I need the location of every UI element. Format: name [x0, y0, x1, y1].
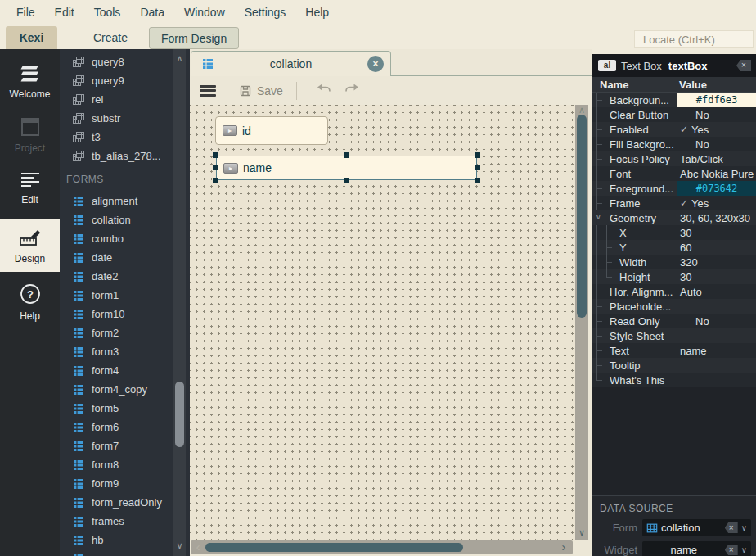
tab-create[interactable]: Create — [74, 26, 147, 49]
navigator-item-form[interactable]: form4 — [60, 361, 190, 380]
navigator-item-form[interactable]: date2 — [60, 267, 190, 286]
resize-handle[interactable] — [344, 152, 349, 158]
tab-form-design[interactable]: Form Design — [149, 27, 239, 49]
resize-handle[interactable] — [344, 178, 349, 183]
locate-input[interactable] — [634, 30, 754, 48]
navigator-item-query[interactable]: query9 — [60, 71, 190, 90]
clear-icon[interactable] — [725, 545, 738, 555]
property-row[interactable]: Frame Yes — [592, 196, 756, 210]
rail-item-welcome[interactable]: Welcome — [0, 60, 60, 105]
property-value[interactable] — [677, 328, 756, 343]
resize-handle[interactable] — [213, 178, 218, 183]
clear-icon[interactable] — [725, 522, 738, 533]
scroll-up-icon[interactable] — [575, 105, 588, 115]
navigator-item-form[interactable]: collation — [60, 210, 190, 229]
scroll-left-icon[interactable] — [192, 540, 204, 554]
scroll-right-icon[interactable] — [558, 540, 569, 554]
document-tab-collation[interactable]: collation — [191, 51, 391, 76]
property-row[interactable]: What's This — [592, 373, 756, 387]
property-row[interactable]: Geometry 30, 60, 320x30 — [592, 210, 756, 225]
navigator-item-form[interactable]: form8 — [60, 455, 190, 474]
navigator-item-form[interactable]: combo — [60, 229, 190, 248]
navigator-item-query[interactable]: tb_alias_278... — [60, 147, 190, 165]
menu-item[interactable]: Data — [130, 2, 174, 23]
property-row[interactable]: Backgroun... #fdf6e3 — [592, 93, 756, 107]
navigator-item-form[interactable]: form1 — [60, 286, 190, 305]
canvas-horizontal-scrollbar[interactable] — [191, 540, 573, 554]
property-row[interactable]: Y 60 — [592, 240, 756, 255]
navigator-scrollbar[interactable] — [173, 49, 186, 556]
clear-icon[interactable] — [736, 60, 751, 71]
object-name-input[interactable]: textBox — [668, 60, 736, 72]
scroll-down-icon[interactable] — [575, 527, 588, 537]
close-icon[interactable] — [367, 56, 384, 72]
resize-handle[interactable] — [475, 152, 480, 158]
navigator-item-form[interactable] — [60, 549, 190, 556]
menu-item[interactable]: Edit — [45, 2, 84, 23]
vertical-scrollbar-thumb[interactable] — [577, 115, 587, 318]
property-value[interactable]: Tab/Click — [677, 151, 756, 166]
property-row[interactable]: Focus Policy Tab/Click — [592, 151, 756, 166]
property-value[interactable]: Yes — [677, 196, 756, 210]
property-value[interactable]: #fdf6e3 — [677, 93, 756, 107]
textbox-widget-name-selected[interactable]: name — [216, 156, 477, 180]
save-button[interactable]: Save — [239, 84, 283, 97]
property-value[interactable]: 30 — [677, 269, 756, 284]
property-row[interactable]: Clear Button No — [592, 107, 756, 122]
property-row[interactable]: Hor. Alignm... Auto — [592, 284, 756, 299]
navigator-item-form[interactable]: form9 — [60, 474, 190, 493]
property-value[interactable]: No — [677, 137, 756, 151]
property-value[interactable] — [677, 373, 756, 387]
property-row[interactable]: Height 30 — [592, 269, 756, 284]
navigator-item-query[interactable]: substr — [60, 109, 190, 128]
property-row[interactable]: Enabled Yes — [592, 122, 756, 137]
navigator-item-form[interactable]: form2 — [60, 323, 190, 342]
property-value[interactable]: 320 — [677, 255, 756, 269]
property-row[interactable]: Font Abc Nokia Pure Tex — [592, 166, 756, 181]
property-row[interactable]: Width 320 — [592, 255, 756, 269]
navigator-item-form[interactable]: form7 — [60, 436, 190, 455]
tab-kexi[interactable]: Kexi — [6, 26, 57, 49]
rail-item-edit[interactable]: Edit — [0, 166, 60, 211]
navigator-item-form[interactable]: form4_copy — [60, 380, 190, 399]
navigator-item-query[interactable]: rel — [60, 90, 190, 109]
navigator-item-form[interactable]: form_readOnly — [60, 493, 190, 512]
navigator-item-form[interactable]: alignment — [60, 192, 190, 210]
property-value[interactable]: 30, 60, 320x30 — [677, 210, 756, 225]
textbox-widget-id[interactable]: id — [215, 116, 328, 145]
widget-datasource-combo[interactable]: name — [642, 541, 751, 556]
form-datasource-combo[interactable]: collation — [642, 519, 751, 536]
menu-item[interactable]: Help — [295, 2, 339, 23]
property-row[interactable]: Read Only No — [592, 314, 756, 328]
resize-handle[interactable] — [475, 178, 480, 183]
property-value[interactable]: #073642 — [677, 181, 756, 196]
property-value[interactable]: 30 — [677, 225, 756, 240]
navigator-item-form[interactable]: hb — [60, 531, 190, 549]
navigator-item-query[interactable]: t3 — [60, 128, 190, 147]
resize-handle[interactable] — [213, 152, 218, 158]
property-value[interactable]: Abc Nokia Pure Tex — [677, 166, 756, 181]
form-design-canvas[interactable]: id name — [190, 105, 575, 540]
property-value[interactable]: No — [677, 314, 756, 328]
menu-item[interactable]: Window — [174, 2, 235, 23]
navigator-item-form[interactable]: frames — [60, 512, 190, 531]
property-row[interactable]: Style Sheet — [592, 328, 756, 343]
horizontal-scrollbar-thumb[interactable] — [205, 543, 463, 552]
navigator-scrollbar-thumb[interactable] — [175, 382, 184, 447]
navigator-item-query[interactable]: query8 — [60, 52, 190, 71]
menu-item[interactable]: File — [7, 2, 45, 23]
property-row[interactable]: X 30 — [592, 225, 756, 240]
chevron-down-icon[interactable] — [741, 523, 749, 532]
rail-item-design[interactable]: Design — [0, 219, 60, 272]
property-value[interactable] — [677, 358, 756, 373]
resize-handle[interactable] — [213, 165, 218, 170]
property-value[interactable]: Auto — [677, 284, 756, 299]
scroll-up-icon[interactable] — [173, 52, 186, 64]
property-value[interactable]: Yes — [677, 122, 756, 137]
chevron-down-icon[interactable] — [741, 545, 749, 554]
property-value[interactable]: No — [677, 107, 756, 122]
canvas-vertical-scrollbar[interactable] — [575, 105, 588, 540]
property-row[interactable]: Foreground... #073642 — [592, 181, 756, 196]
navigator-item-form[interactable]: form6 — [60, 418, 190, 436]
redo-icon[interactable] — [338, 83, 367, 98]
